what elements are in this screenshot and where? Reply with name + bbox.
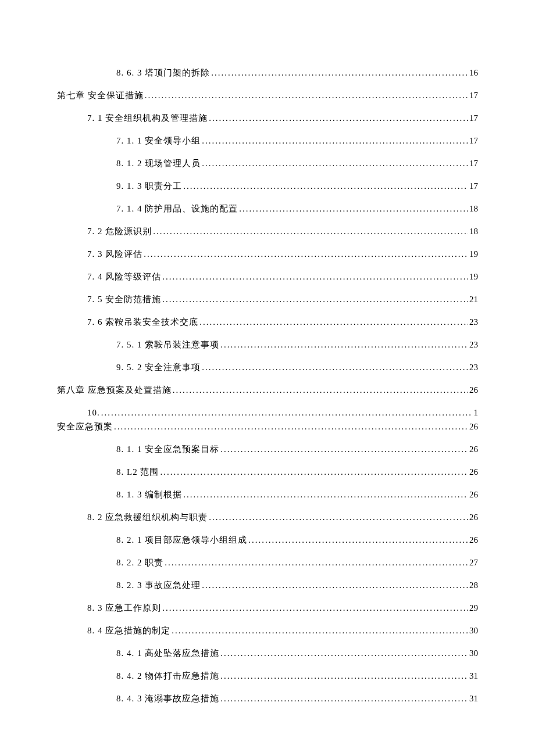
toc-entry: 第八章 应急预案及处置措施26 [57, 384, 478, 396]
toc-label: 9. 1. 3 职责分工 [116, 180, 182, 192]
toc-page-number: 21 [469, 293, 478, 306]
toc-entry: 第七章 安全保证措施17 [57, 89, 478, 102]
toc-leader [248, 538, 468, 546]
toc-label: 9. 5. 2 安全注意事项 [116, 361, 201, 374]
toc-entry: 8. 2. 2 职责27 [57, 557, 478, 569]
toc-label: 8. 1. 1 安全应急预案目标 [116, 443, 219, 456]
toc-leader [239, 206, 468, 215]
toc-entry: 8. 3 应急工作原则29 [57, 602, 478, 614]
toc-entry: 安全应急预案26 [57, 421, 478, 433]
toc-label: 8. 4. 1 高处坠落应急措施 [116, 647, 219, 660]
toc-page-number: 27 [469, 557, 478, 569]
toc-page-number: 31 [469, 693, 478, 705]
toc-page-number: 19 [469, 271, 478, 283]
toc-page-number: 17 [469, 112, 478, 124]
toc-page-number: 31 [469, 670, 478, 682]
toc-page-number: 30 [469, 625, 478, 637]
toc-label: 第八章 应急预案及处置措施 [57, 384, 172, 396]
toc-leader [145, 93, 468, 102]
toc-label: 7. 2 危险源识别 [87, 225, 152, 238]
toc-leader [114, 424, 468, 433]
toc-entry: 7. 5 安全防范措施21 [57, 293, 478, 306]
toc-entry: 8. 6. 3 塔顶门架的拆除16 [57, 67, 478, 79]
toc-page-number: 26 [469, 384, 478, 396]
toc-leader [209, 116, 468, 124]
toc-label: 7. 4 风险等级评估 [87, 271, 161, 283]
toc-label: 安全应急预案 [57, 421, 113, 433]
toc-page-number: 19 [469, 248, 478, 260]
toc-leader [162, 605, 468, 614]
toc-label: 8. 3 应急工作原则 [87, 602, 161, 614]
toc-page: 8. 6. 3 塔顶门架的拆除16第七章 安全保证措施177. 1 安全组织机构… [0, 0, 535, 756]
toc-page-number: 17 [469, 180, 478, 192]
toc-label: 7. 5. 1 索鞍吊装注意事项 [116, 339, 219, 351]
toc-leader [202, 161, 468, 170]
toc-page-number: 26 [469, 534, 478, 546]
toc-label: 8. 2 应急救援组织机构与职责 [87, 511, 208, 524]
toc-entry: 7. 1 安全组织机构及管理措施17 [57, 112, 478, 124]
toc-page-number: 23 [469, 339, 478, 351]
toc-page-number: 29 [469, 602, 478, 614]
toc-leader [220, 651, 468, 660]
toc-page-number: 26 [469, 489, 478, 501]
toc-label: 7. 6 索鞍吊装安全技术交底 [87, 316, 198, 328]
toc-page-number: 17 [469, 135, 478, 147]
toc-entry: 10.1 [57, 407, 478, 419]
toc-entry: 7. 6 索鞍吊装安全技术交底23 [57, 316, 478, 328]
toc-leader [162, 274, 468, 283]
toc-page-number: 18 [469, 203, 478, 215]
toc-entry: 7. 2 危险源识别18 [57, 225, 478, 238]
toc-label: 8. 4. 3 淹溺事故应急措施 [116, 693, 219, 705]
toc-label: 10. [87, 407, 100, 419]
toc-leader [153, 229, 468, 238]
toc-page-number: 30 [469, 647, 478, 660]
toc-leader [211, 70, 468, 79]
toc-page-number: 23 [469, 361, 478, 374]
toc-label: 8. 4 应急措施的制定 [87, 625, 170, 637]
toc-label: 7. 1. 4 防护用品、设施的配置 [116, 203, 238, 215]
toc-label: 7. 5 安全防范措施 [87, 293, 161, 306]
toc-leader [202, 138, 468, 147]
toc-entry: 8. 1. 3 编制根据26 [57, 489, 478, 501]
toc-page-number: 16 [469, 67, 478, 79]
toc-page-number: 26 [469, 466, 478, 478]
toc-entry: 8. 1. 1 安全应急预案目标26 [57, 443, 478, 456]
toc-leader [209, 515, 468, 524]
toc-label: 第七章 安全保证措施 [57, 89, 144, 102]
toc-page-number: 26 [469, 421, 478, 433]
toc-page-number: 26 [469, 443, 478, 456]
toc-entry: 9. 5. 2 安全注意事项23 [57, 361, 478, 374]
toc-label: 7. 1. 1 安全领导小组 [116, 135, 201, 147]
toc-entry: 7. 1. 4 防护用品、设施的配置18 [57, 203, 478, 215]
toc-entry: 8. 4 应急措施的制定30 [57, 625, 478, 637]
toc-entry: 8. 4. 2 物体打击应急措施31 [57, 670, 478, 682]
toc-entry: 8. 1. 2 现场管理人员17 [57, 157, 478, 170]
toc-entry: 7. 5. 1 索鞍吊装注意事项23 [57, 339, 478, 351]
toc-entry: 7. 3 风险评估19 [57, 248, 478, 260]
toc-entry: 8. 4. 3 淹溺事故应急措施31 [57, 693, 478, 705]
toc-entry: 8. L2 范围26 [57, 466, 478, 478]
toc-entry: 8. 2. 1 项目部应急领导小组组成26 [57, 534, 478, 546]
toc-page-number: 28 [469, 579, 478, 592]
toc-leader [220, 447, 468, 456]
toc-leader [183, 184, 468, 192]
toc-label: 8. 1. 3 编制根据 [116, 489, 182, 501]
toc-leader [220, 696, 468, 705]
toc-page-number: 26 [469, 511, 478, 524]
toc-label: 8. 4. 2 物体打击应急措施 [116, 670, 219, 682]
toc-label: 8. 2. 1 项目部应急领导小组组成 [116, 534, 247, 546]
toc-leader [144, 252, 468, 260]
toc-label: 7. 3 风险评估 [87, 248, 142, 260]
toc-leader [165, 560, 468, 569]
toc-leader [160, 470, 468, 478]
toc-label: 7. 1 安全组织机构及管理措施 [87, 112, 208, 124]
toc-entry: 8. 2. 3 事故应急处理28 [57, 579, 478, 592]
toc-page-number: 23 [469, 316, 478, 328]
toc-entry: 9. 1. 3 职责分工17 [57, 180, 478, 192]
toc-entry: 7. 4 风险等级评估19 [57, 271, 478, 283]
toc-label: 8. 1. 2 现场管理人员 [116, 157, 201, 170]
toc-leader [220, 673, 468, 682]
toc-entry: 8. 2 应急救援组织机构与职责26 [57, 511, 478, 524]
toc-page-number: 17 [469, 157, 478, 170]
toc-leader [173, 388, 468, 396]
